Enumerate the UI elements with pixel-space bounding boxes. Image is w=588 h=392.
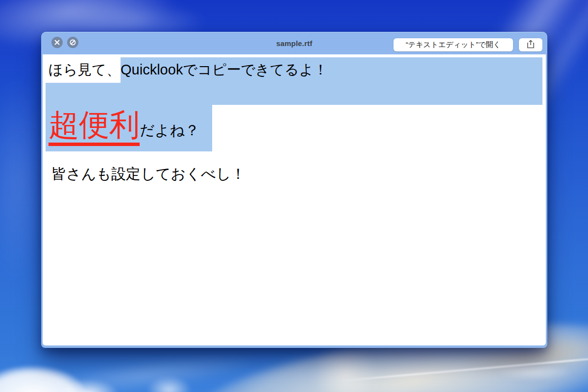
paragraph-2-row: 超便利だよね？ bbox=[46, 105, 542, 151]
big-red-underlined-text: 超便利 bbox=[49, 108, 140, 146]
cloud bbox=[59, 380, 118, 392]
paragraph-3: 皆さんも設定しておくべし！ bbox=[46, 164, 542, 184]
quicklook-window: sample.rtf “テキストエディット”で開く ほら見て、 Quickloo… bbox=[41, 32, 547, 348]
share-icon bbox=[527, 40, 535, 50]
contrail-cloud bbox=[339, 357, 588, 382]
text-unselected: ほら見て、 bbox=[46, 57, 121, 83]
cloud bbox=[497, 364, 571, 380]
document-preview[interactable]: ほら見て、 Quicklookでコピーできてるよ！ 超便利だよね？ 皆さんも設定… bbox=[43, 54, 546, 345]
share-button[interactable] bbox=[519, 38, 542, 51]
title-bar[interactable]: sample.rtf “テキストエディット”で開く bbox=[41, 32, 547, 54]
open-in-textedit-button[interactable]: “テキストエディット”で開く bbox=[393, 38, 513, 51]
paragraph-1: ほら見て、 Quicklookでコピーできてるよ！ bbox=[46, 57, 542, 83]
text-selected: Quicklookでコピーできてるよ！ bbox=[121, 57, 542, 83]
cloud bbox=[147, 376, 191, 392]
selected-empty-line bbox=[46, 83, 542, 105]
paragraph-2: 超便利だよね？ bbox=[46, 105, 212, 151]
paragraph-2-rest: だよね？ bbox=[140, 122, 199, 138]
cloud bbox=[0, 367, 86, 392]
cloud bbox=[38, 347, 256, 392]
